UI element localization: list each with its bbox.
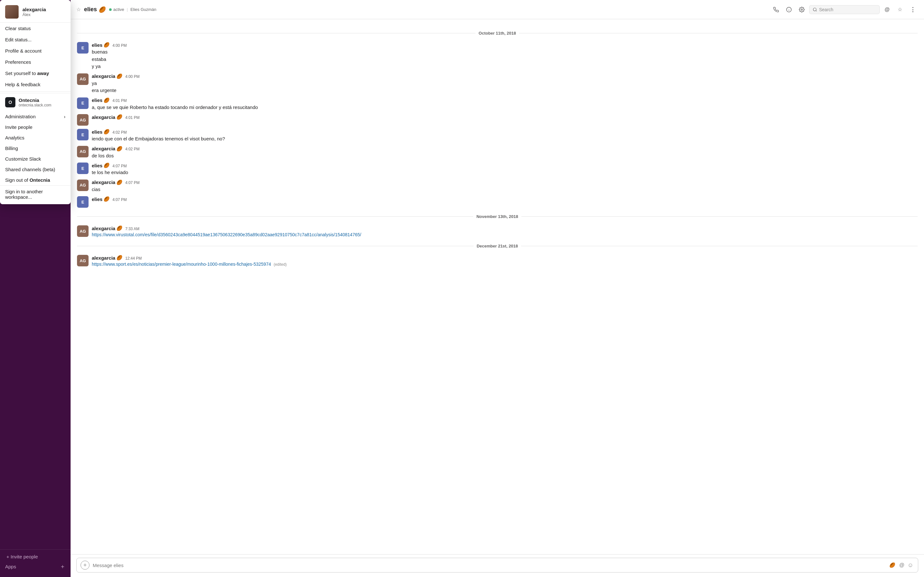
set-away-item[interactable]: Set yourself to away: [0, 68, 71, 79]
search-placeholder: Search: [819, 7, 833, 12]
date-divider-oct: October 11th, 2018: [77, 31, 918, 35]
message-time: 4:00 PM: [112, 43, 127, 48]
author-emoji: 🏉: [103, 42, 110, 48]
avatar: E: [77, 163, 89, 174]
message-text: a, que se ve quie Roberto ha estado toca…: [92, 104, 918, 111]
apps-plus-icon[interactable]: ＋: [60, 562, 65, 570]
message-time: 4:02 PM: [112, 130, 127, 135]
message-link[interactable]: https://www.virustotal.com/es/file/d3560…: [92, 232, 361, 237]
sign-out-item[interactable]: Sign out of Ontecnia: [0, 175, 71, 185]
dropdown-user-info: alexgarcia Álex: [23, 7, 46, 17]
administration-item[interactable]: Administration ›: [0, 111, 71, 122]
info-icon[interactable]: [783, 4, 795, 15]
dropdown-username: alexgarcia: [23, 7, 46, 12]
star-header-icon[interactable]: ☆: [895, 4, 905, 15]
sign-in-another-item[interactable]: Sign in to another workspace...: [0, 185, 71, 204]
invite-people-item[interactable]: + Invite people: [1, 552, 69, 561]
message-group: E elies 🏉 4:00 PM buenas estaba y ya: [77, 42, 918, 70]
billing-item[interactable]: Billing: [0, 143, 71, 153]
message-author: elies 🏉: [92, 196, 110, 202]
invite-people-dropdown-label: Invite people: [5, 124, 32, 130]
message-group: E elies 🏉 4:02 PM iendo que con el de Em…: [77, 129, 918, 143]
add-attachment-button[interactable]: +: [81, 561, 89, 570]
date-line: [77, 216, 473, 217]
message-text: buenas: [92, 48, 918, 56]
message-time: 4:00 PM: [125, 74, 140, 79]
input-actions: @ ☺: [899, 561, 914, 569]
mention-icon[interactable]: @: [882, 4, 893, 15]
message-link[interactable]: https://www.sport.es/es/noticias/premier…: [92, 261, 271, 267]
avatar: AG: [77, 255, 89, 266]
message-input-area: + 🏉 @ ☺: [71, 554, 924, 577]
analytics-label: Analytics: [5, 135, 24, 140]
author-emoji: 🏉: [103, 163, 110, 168]
message-content: alexgarcia 🏉 4:02 PM de los dos: [92, 146, 918, 160]
message-author: elies 🏉: [92, 97, 110, 103]
workspace-info: Ontecnia ontecnia.slack.com: [19, 97, 51, 107]
message-author: elies 🏉: [92, 129, 110, 135]
analytics-item[interactable]: Analytics: [0, 132, 71, 143]
message-time: 4:01 PM: [112, 98, 127, 103]
message-input[interactable]: [93, 562, 886, 568]
message-time: 4:07 PM: [125, 181, 140, 185]
author-emoji: 🏉: [103, 196, 110, 202]
message-content: alexgarcia 🏉 4:00 PM ya era urgente: [92, 73, 918, 94]
workspace-icon: O: [5, 97, 15, 107]
message-text: te los he enviado: [92, 169, 918, 176]
author-emoji: 🏉: [116, 179, 123, 185]
mention-input-icon[interactable]: @: [899, 562, 905, 569]
edit-status-item[interactable]: Edit status...: [0, 34, 71, 45]
author-emoji: 🏉: [116, 146, 123, 152]
administration-label: Administration: [5, 114, 36, 119]
clear-status-item[interactable]: Clear status: [0, 23, 71, 34]
workspace-section: O Ontecnia ontecnia.slack.com: [0, 93, 71, 111]
workspace-name-dropdown: Ontecnia: [19, 97, 51, 103]
message-header: alexgarcia 🏉 4:02 PM: [92, 146, 918, 152]
sign-out-label: Sign out of Ontecnia: [5, 177, 50, 183]
message-time: 12:44 PM: [125, 256, 142, 261]
avatar: AG: [77, 226, 89, 237]
message-text: iendo que con el de Embajadoras tenemos …: [92, 135, 918, 143]
main-chat: ☆ elies 🏉 active | Elies Guzmán: [71, 0, 924, 577]
settings-icon[interactable]: [796, 4, 807, 15]
channel-emoji: 🏉: [99, 6, 106, 13]
help-feedback-item[interactable]: Help & feedback: [0, 79, 71, 90]
preferences-item[interactable]: Preferences: [0, 56, 71, 68]
user-full-name: Elies Guzmán: [130, 7, 156, 12]
avatar-image: [5, 5, 19, 19]
author-emoji: 🏉: [116, 114, 123, 120]
dropdown-user-sub: Álex: [23, 12, 46, 17]
billing-label: Billing: [5, 145, 18, 151]
search-box[interactable]: Search: [809, 5, 880, 14]
apps-row[interactable]: Apps ＋: [0, 561, 71, 572]
more-options-icon[interactable]: ⋮: [907, 4, 918, 15]
star-icon[interactable]: ☆: [76, 6, 81, 13]
message-content: elies 🏉 4:02 PM iendo que con el de Emba…: [92, 129, 918, 143]
customize-slack-item[interactable]: Customize Slack: [0, 153, 71, 164]
help-feedback-label: Help & feedback: [5, 82, 40, 87]
invite-people-dropdown-item[interactable]: Invite people: [0, 122, 71, 132]
svg-point-4: [813, 8, 816, 11]
date-line: [77, 246, 473, 246]
avatar: E: [77, 196, 89, 208]
message-content: elies 🏉 4:01 PM a, que se ve quie Robert…: [92, 97, 918, 111]
message-content: alexgarcia 🏉 12:44 PM https://www.sport.…: [92, 255, 918, 267]
date-divider-dec: December 21st, 2018: [77, 243, 918, 248]
message-content: elies 🏉 4:07 PM: [92, 196, 918, 208]
message-header: alexgarcia 🏉 4:01 PM: [92, 114, 918, 120]
profile-account-item[interactable]: Profile & account: [0, 45, 71, 56]
dropdown-user-section: alexgarcia Álex: [0, 0, 71, 23]
set-away-label: Set yourself to away: [5, 71, 49, 76]
message-author: alexgarcia 🏉: [92, 73, 123, 79]
message-text: de los dos: [92, 152, 918, 160]
emoji-input-icon[interactable]: ☺: [907, 561, 914, 569]
author-emoji: 🏉: [116, 73, 123, 79]
shared-channels-item[interactable]: Shared channels (beta): [0, 164, 71, 175]
message-text: cias: [92, 186, 918, 193]
sign-in-another-label: Sign in to another workspace...: [5, 189, 43, 200]
workspace-header: O Ontecnia ontecnia.slack.com: [5, 97, 65, 107]
phone-icon[interactable]: [771, 4, 782, 15]
sidebar: Ontecnia ▾ 🔔 alexgarcia 🏉 lauriane 👾 rob…: [0, 0, 71, 577]
message-group: AG alexgarcia 🏉 4:00 PM ya era urgente: [77, 73, 918, 94]
avatar: E: [77, 97, 89, 109]
